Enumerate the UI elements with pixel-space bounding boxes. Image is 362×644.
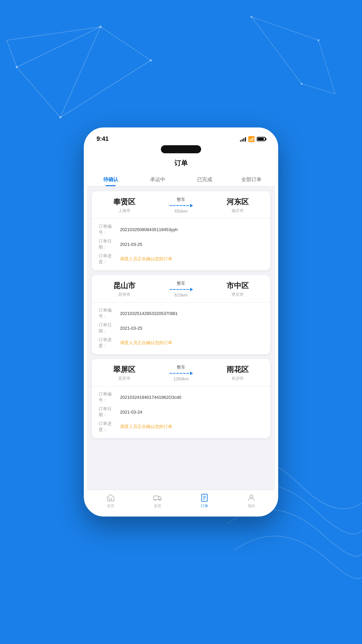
nav-profile-label: 我的 [248, 503, 255, 508]
route-middle-2: 整车 615km [150, 280, 212, 298]
status-time: 9:41 [97, 136, 109, 143]
nav-profile[interactable]: 我的 [228, 493, 275, 508]
nav-order[interactable]: 订单 [181, 493, 228, 508]
svg-point-20 [159, 499, 160, 500]
svg-point-10 [59, 116, 61, 118]
svg-point-25 [250, 495, 253, 498]
svg-point-9 [150, 59, 152, 61]
home-icon [106, 493, 115, 502]
user-icon [247, 493, 256, 502]
route-arrow-1 [150, 204, 212, 207]
status-icons: 📶 [240, 136, 265, 142]
battery-icon [257, 137, 265, 141]
svg-line-2 [101, 27, 151, 60]
order-list: 奉贤区 上海市 整车 650km [87, 186, 275, 490]
route-arrow-2 [150, 288, 212, 291]
from-city-3: 翠屏区 宜宾市 [99, 365, 150, 381]
tab-bar: 待确认 承运中 已完成 全部订单 [87, 172, 275, 186]
nav-shipping-label: 发货 [154, 503, 161, 508]
svg-line-11 [251, 17, 318, 40]
nav-order-label: 订单 [201, 503, 208, 508]
nav-home[interactable]: 首页 [87, 493, 134, 508]
route-middle-3: 整车 1260km [150, 364, 212, 381]
order-progress-row-3: 订单进度： 调度人员正在确认您的订单 [99, 421, 263, 433]
from-city-1: 奉贤区 上海市 [99, 197, 150, 214]
page-title: 订单 [174, 159, 188, 167]
svg-point-16 [317, 39, 319, 41]
svg-point-8 [16, 66, 18, 68]
tab-pending[interactable]: 待确认 [87, 172, 134, 186]
svg-point-17 [301, 83, 303, 85]
bottom-nav: 首页 发货 订单 [87, 490, 275, 513]
order-card-1[interactable]: 奉贤区 上海市 整车 650km [92, 191, 270, 270]
order-card-2[interactable]: 昆山市 苏州市 整车 615km [92, 275, 270, 354]
wifi-icon: 📶 [248, 136, 255, 142]
notch-bar [87, 145, 275, 155]
order-progress-row-2: 订单进度： 调度人员正在确认您的订单 [99, 337, 263, 349]
svg-line-4 [60, 60, 151, 117]
order-no-row-2: 订单编号： 20210325142853320537l3l81 [99, 307, 263, 319]
svg-line-13 [251, 17, 302, 84]
order-no-row-3: 订单编号： 20210324184017441962O3cd0 [99, 391, 263, 403]
dynamic-island [161, 145, 201, 153]
tab-all-orders[interactable]: 全部订单 [228, 172, 275, 186]
detail-section-2: 订单编号： 20210325142853320537l3l81 订单日期： 20… [92, 303, 270, 354]
order-date-row-1: 订单日期： 2021-03-25 [99, 238, 263, 250]
detail-section-1: 订单编号： 202103250808435118453yyh 订单日期： 202… [92, 219, 270, 270]
svg-line-0 [17, 27, 101, 67]
to-city-1: 河东区 临沂市 [212, 197, 263, 214]
svg-line-14 [302, 84, 335, 94]
svg-line-6 [7, 40, 17, 67]
svg-line-12 [318, 40, 335, 94]
order-progress-row-1: 订单进度： 调度人员正在确认您的订单 [99, 253, 263, 265]
tab-in-transit[interactable]: 承运中 [134, 172, 181, 186]
order-icon [200, 493, 209, 502]
nav-home-label: 首页 [107, 503, 114, 508]
svg-point-15 [250, 16, 252, 18]
svg-line-5 [7, 27, 101, 40]
to-city-2: 市中区 枣庄市 [212, 281, 263, 298]
route-middle-1: 整车 650km [150, 197, 212, 214]
tab-completed[interactable]: 已完成 [181, 172, 228, 186]
page-title-bar: 订单 [87, 155, 275, 172]
route-section-2: 昆山市 苏州市 整车 615km [92, 275, 270, 303]
status-bar: 9:41 📶 [87, 131, 275, 145]
truck-icon [153, 493, 162, 502]
signal-icon [240, 137, 246, 142]
svg-rect-18 [154, 496, 159, 500]
phone-shell: 9:41 📶 订单 待确认 [84, 127, 278, 517]
svg-line-3 [60, 27, 101, 117]
order-date-row-2: 订单日期： 2021-03-25 [99, 322, 263, 334]
svg-point-7 [100, 26, 102, 28]
phone-screen: 9:41 📶 订单 待确认 [87, 131, 275, 513]
from-city-2: 昆山市 苏州市 [99, 281, 150, 298]
nav-shipping[interactable]: 发货 [134, 493, 181, 508]
to-city-3: 雨花区 长沙市 [212, 365, 263, 381]
svg-point-19 [155, 499, 156, 500]
detail-section-3: 订单编号： 20210324184017441962O3cd0 订单日期： 20… [92, 386, 270, 438]
route-section-3: 翠屏区 宜宾市 整车 1260km [92, 359, 270, 386]
route-arrow-3 [150, 372, 212, 375]
order-date-row-3: 订单日期： 2021-03-24 [99, 406, 263, 418]
order-no-row-1: 订单编号： 202103250808435118453yyh [99, 223, 263, 235]
route-section-1: 奉贤区 上海市 整车 650km [92, 191, 270, 219]
svg-line-1 [17, 67, 60, 117]
order-card-3[interactable]: 翠屏区 宜宾市 整车 1260km [92, 359, 270, 438]
